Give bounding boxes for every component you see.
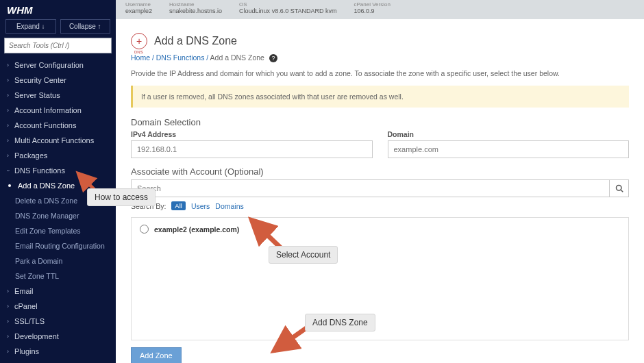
nav-cpanel[interactable]: ›cPanel [0, 299, 116, 314]
search-tools-input[interactable] [4, 38, 112, 53]
bullet-icon [8, 184, 11, 187]
chevron-right-icon: › [7, 303, 9, 310]
nav-multi-account-functions[interactable]: ›Multi Account Functions [0, 133, 116, 148]
domain-label: Domain [388, 130, 630, 138]
help-icon[interactable]: ? [269, 54, 277, 62]
add-dns-icon: + [131, 33, 147, 49]
svg-text:WHM: WHM [7, 4, 33, 16]
account-radio[interactable] [140, 225, 149, 234]
arrow-up-icon: ↑ [98, 23, 101, 30]
nav-packages[interactable]: ›Packages [0, 148, 116, 163]
section-domain-selection: Domain Selection [131, 117, 629, 127]
nav-add-dns-zone[interactable]: Add a DNS Zone [0, 178, 116, 193]
chevron-right-icon: › [7, 92, 9, 99]
search-by-filters: Search By: All Users Domains [131, 201, 629, 210]
main: + Add a DNS Zone Home / DNS Functions / … [116, 19, 644, 363]
chevron-right-icon: › [7, 77, 9, 84]
nav-delete-dns-zone[interactable]: Delete a DNS Zone [0, 193, 116, 208]
page-title: Add a DNS Zone [154, 35, 237, 47]
nav: ›Server Configuration ›Security Center ›… [0, 58, 116, 359]
section-associate: Associate with Account (Optional) [131, 166, 629, 177]
filter-domains[interactable]: Domains [215, 202, 243, 210]
breadcrumb-current: Add a DNS Zone [210, 53, 264, 62]
meta-os: OS CloudLinux v8.6.0 STANDARD kvm [239, 1, 336, 14]
page-desc: Provide the IP Address and domain for wh… [131, 69, 629, 77]
chevron-right-icon: › [7, 348, 9, 355]
meta-cpver: cPanel Version 106.0.9 [354, 1, 390, 14]
svg-point-1 [616, 186, 621, 191]
account-list: example2 (example.com) [131, 217, 629, 340]
nav-email[interactable]: ›Email [0, 284, 116, 299]
chevron-right-icon: › [7, 333, 9, 340]
associate-search-input[interactable] [131, 179, 610, 197]
chevron-right-icon: › [7, 122, 9, 129]
nav-park-domain[interactable]: Park a Domain [0, 253, 116, 268]
meta-hostname: Hostname snakebite.hostns.io [169, 1, 222, 14]
logo: WHM [0, 0, 116, 19]
sidebar: WHM Expand ↓ Collapse ↑ ›Server Configur… [0, 0, 116, 363]
breadcrumb: Home / DNS Functions / Add a DNS Zone ? [131, 53, 629, 62]
breadcrumb-dns[interactable]: DNS Functions [156, 53, 205, 62]
associate-search-button[interactable] [610, 179, 629, 197]
topbar: Username example2 Hostname snakebite.hos… [116, 0, 644, 19]
account-label: example2 (example.com) [154, 225, 239, 234]
searchby-label: Search By: [131, 202, 166, 210]
titlebar: + Add a DNS Zone [131, 33, 629, 49]
nav-ssl-tls[interactable]: ›SSL/TLS [0, 314, 116, 329]
nav-set-zone-ttl[interactable]: Set Zone TTL [0, 268, 116, 284]
chevron-right-icon: › [7, 288, 9, 295]
breadcrumb-home[interactable]: Home [131, 53, 150, 62]
account-row[interactable]: example2 (example.com) [140, 225, 620, 234]
arrow-down-icon: ↓ [42, 23, 45, 30]
nav-account-information[interactable]: ›Account Information [0, 103, 116, 118]
collapse-button[interactable]: Collapse ↑ [60, 19, 111, 34]
chevron-right-icon: › [7, 137, 9, 144]
chevron-right-icon: › [7, 62, 9, 68]
nav-account-functions[interactable]: ›Account Functions [0, 118, 116, 133]
chevron-down-icon: › [5, 170, 12, 172]
nav-server-status[interactable]: ›Server Status [0, 88, 116, 103]
domain-input[interactable] [388, 140, 630, 158]
chevron-right-icon: › [7, 107, 9, 114]
nav-edit-zone-templates[interactable]: Edit Zone Templates [0, 223, 116, 238]
add-zone-button[interactable]: Add Zone [131, 347, 182, 363]
search-icon [615, 184, 623, 192]
filter-all[interactable]: All [171, 201, 186, 210]
svg-line-2 [621, 190, 623, 192]
nav-server-configuration[interactable]: ›Server Configuration [0, 58, 116, 73]
nav-security-center[interactable]: ›Security Center [0, 73, 116, 88]
chevron-right-icon: › [7, 318, 9, 325]
nav-plugins[interactable]: ›Plugins [0, 344, 116, 359]
meta-username: Username example2 [125, 1, 152, 14]
chevron-right-icon: › [7, 152, 9, 159]
nav-dns-functions[interactable]: ›DNS Functions [0, 163, 116, 178]
expand-button[interactable]: Expand ↓ [5, 19, 56, 34]
filter-users[interactable]: Users [191, 202, 210, 210]
nav-dns-zone-manager[interactable]: DNS Zone Manager [0, 208, 116, 223]
ipv4-input[interactable] [131, 140, 373, 158]
nav-email-routing-config[interactable]: Email Routing Configuration [0, 238, 116, 253]
ipv4-label: IPv4 Address [131, 130, 373, 138]
nav-development[interactable]: ›Development [0, 329, 116, 344]
warning-box: If a user is removed, all DNS zones asso… [131, 86, 629, 108]
